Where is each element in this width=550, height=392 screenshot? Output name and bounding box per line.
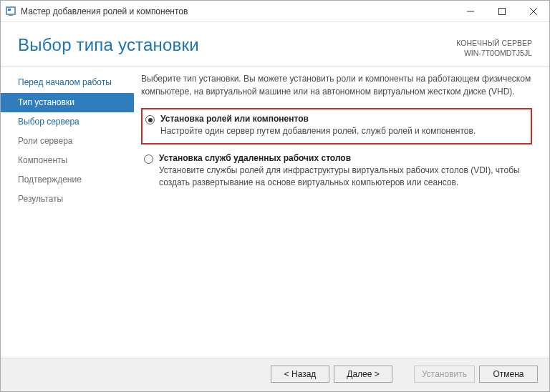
close-button[interactable] xyxy=(518,1,549,21)
sidebar-item-before-you-begin[interactable]: Перед началом работы xyxy=(1,73,134,92)
content-pane: Выберите тип установки. Вы можете устано… xyxy=(134,67,549,358)
back-button[interactable]: < Назад xyxy=(271,366,329,383)
option-desc: Настройте один сервер путем добавления р… xyxy=(160,125,525,137)
footer: < Назад Далее > Установить Отмена xyxy=(1,358,549,391)
page-title: Выбор типа установки xyxy=(18,35,199,55)
window-controls xyxy=(455,1,549,21)
header: Выбор типа установки КОНЕЧНЫЙ СЕРВЕР WIN… xyxy=(1,22,549,67)
option-rds[interactable]: Установка служб удаленных рабочих столов… xyxy=(141,149,532,195)
server-info: КОНЕЧНЫЙ СЕРВЕР WIN-7T0OMDTJ5JL xyxy=(456,35,532,58)
server-name: WIN-7T0OMDTJ5JL xyxy=(456,48,532,58)
next-button[interactable]: Далее > xyxy=(334,366,392,383)
svg-rect-2 xyxy=(9,14,13,16)
sidebar-item-server-roles: Роли сервера xyxy=(1,132,134,151)
sidebar-item-installation-type[interactable]: Тип установки xyxy=(1,93,134,112)
option-text: Установка ролей или компонентов Настройт… xyxy=(160,114,525,137)
option-title: Установка ролей или компонентов xyxy=(160,114,525,124)
intro-text: Выберите тип установки. Вы можете устано… xyxy=(141,73,532,98)
button-spacer xyxy=(397,366,410,383)
minimize-button[interactable] xyxy=(455,1,486,21)
option-text: Установка служб удаленных рабочих столов… xyxy=(159,153,526,189)
option-role-based[interactable]: Установка ролей или компонентов Настройт… xyxy=(141,108,532,144)
sidebar: Перед началом работы Тип установки Выбор… xyxy=(1,67,134,358)
svg-rect-1 xyxy=(8,9,11,11)
radio-icon[interactable] xyxy=(145,115,155,124)
titlebar: Мастер добавления ролей и компонентов xyxy=(1,1,549,22)
sidebar-item-server-selection[interactable]: Выбор сервера xyxy=(1,112,134,132)
svg-rect-4 xyxy=(499,8,506,14)
cancel-button[interactable]: Отмена xyxy=(479,366,538,383)
maximize-button[interactable] xyxy=(486,1,518,21)
sidebar-item-confirmation: Подтверждение xyxy=(1,170,134,190)
sidebar-item-results: Результаты xyxy=(1,190,134,209)
option-title: Установка служб удаленных рабочих столов xyxy=(159,153,526,163)
sidebar-item-features: Компоненты xyxy=(1,151,134,170)
server-label: КОНЕЧНЫЙ СЕРВЕР xyxy=(456,38,532,48)
install-button: Установить xyxy=(414,366,475,383)
radio-icon[interactable] xyxy=(144,155,153,164)
window-title: Мастер добавления ролей и компонентов xyxy=(21,6,455,16)
app-icon xyxy=(5,6,16,17)
wizard-body: Перед началом работы Тип установки Выбор… xyxy=(1,67,549,358)
option-desc: Установите службы ролей для инфраструкту… xyxy=(159,165,526,189)
